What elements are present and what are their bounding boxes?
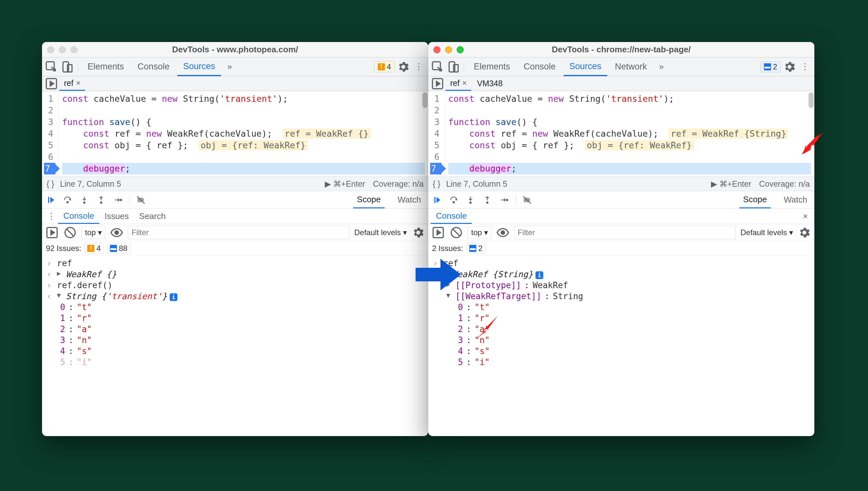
run-icon[interactable]	[431, 226, 445, 239]
tab-elements[interactable]: Elements	[82, 58, 130, 76]
issues-badge[interactable]: !4	[374, 61, 395, 73]
settings-gear-icon[interactable]	[396, 60, 410, 74]
window-title: DevTools - www.photopea.com/	[42, 45, 428, 55]
step-out-icon[interactable]	[482, 195, 493, 205]
traffic-max-icon[interactable]	[457, 46, 464, 53]
file-tab-ref[interactable]: ref×	[446, 76, 471, 91]
svg-rect-4	[48, 197, 50, 203]
run-snippet-icon[interactable]	[431, 77, 444, 90]
close-icon[interactable]: ×	[462, 79, 467, 88]
traffic-min-icon[interactable]	[445, 46, 452, 53]
settings-gear-icon[interactable]	[783, 60, 796, 74]
device-icon[interactable]	[60, 60, 74, 74]
svg-point-18	[470, 202, 472, 203]
devtools-window-right: DevTools - chrome://new-tab-page/ Elemen…	[428, 42, 814, 436]
svg-point-19	[487, 202, 488, 203]
traffic-min-icon[interactable]	[59, 46, 66, 53]
svg-point-6	[84, 202, 85, 203]
deactivate-breakpoints-icon[interactable]	[522, 195, 533, 205]
step-over-icon[interactable]	[62, 195, 73, 205]
traffic-close-icon[interactable]	[47, 46, 54, 53]
console-output[interactable]: ref▶WeakRef {}ref.deref()▼String {'trans…	[42, 256, 428, 370]
panel-tabs: Elements Console Sources » !4 ⋮	[42, 58, 428, 76]
resume-icon[interactable]	[45, 195, 56, 205]
issues-count: 4	[387, 62, 391, 71]
drawer-tab-console[interactable]: Console	[431, 209, 472, 224]
step-icon[interactable]	[112, 195, 123, 205]
issues-info-pill[interactable]: ▬88	[107, 243, 131, 254]
drawer-tab-issues[interactable]: Issues	[99, 209, 134, 224]
drawer-tabs: Console ×	[428, 209, 814, 224]
step-over-icon[interactable]	[448, 195, 459, 205]
code-editor[interactable]: 1234567const cacheValue = new String('tr…	[428, 91, 814, 176]
filter-input[interactable]	[128, 226, 349, 239]
inspect-icon[interactable]	[431, 60, 444, 74]
issues-warn-pill[interactable]: !4	[84, 243, 104, 254]
drawer-tab-console[interactable]: Console	[58, 209, 99, 224]
tab-watch[interactable]: Watch	[394, 191, 425, 208]
live-expression-icon[interactable]	[496, 226, 510, 239]
tab-watch[interactable]: Watch	[780, 191, 811, 208]
tab-sources[interactable]: Sources	[564, 58, 607, 76]
console-settings-gear-icon[interactable]	[797, 226, 811, 239]
deactivate-breakpoints-icon[interactable]	[135, 195, 146, 205]
filter-input[interactable]	[514, 226, 736, 239]
svg-rect-16	[434, 197, 436, 203]
clear-console-icon[interactable]	[449, 226, 463, 239]
svg-marker-26	[476, 316, 498, 339]
live-expression-icon[interactable]	[110, 226, 123, 239]
tab-console[interactable]: Console	[518, 58, 562, 76]
svg-point-23	[501, 230, 505, 235]
code-editor[interactable]: 1234567const cacheValue = new String('tr…	[42, 91, 428, 176]
tab-console[interactable]: Console	[132, 58, 175, 76]
drawer-tabs: ⋮ Console Issues Search	[42, 209, 428, 224]
tab-network[interactable]: Network	[609, 58, 653, 76]
issues-info-pill[interactable]: ▬2	[466, 243, 485, 254]
resume-icon[interactable]	[431, 195, 442, 205]
file-tab-vm[interactable]: VM348	[472, 76, 507, 91]
console-output[interactable]: ref▼WeakRef {String}i▶[[Prototype]]: Wea…	[428, 256, 814, 370]
context-select[interactable]: top ▾	[81, 226, 105, 239]
run-snippet-icon[interactable]	[45, 77, 58, 90]
devtools-window-left: DevTools - www.photopea.com/ Elements Co…	[42, 42, 428, 436]
inspect-icon[interactable]	[45, 60, 58, 74]
file-tab-ref[interactable]: ref×	[59, 76, 85, 91]
log-levels-select[interactable]: Default levels ▾	[354, 228, 407, 237]
more-tabs-icon[interactable]: »	[223, 60, 236, 74]
cursor-position: Line 7, Column 5	[446, 179, 507, 189]
kebab-menu-icon[interactable]: ⋮	[798, 60, 812, 74]
step-out-icon[interactable]	[96, 195, 107, 205]
step-into-icon[interactable]	[79, 195, 90, 205]
run-hint: ▶ ⌘+Enter	[325, 179, 365, 189]
step-into-icon[interactable]	[465, 195, 476, 205]
traffic-close-icon[interactable]	[433, 46, 441, 53]
drawer-menu-icon[interactable]: ⋮	[45, 210, 58, 223]
kebab-menu-icon[interactable]: ⋮	[412, 60, 426, 74]
tab-elements[interactable]: Elements	[468, 58, 516, 76]
run-icon[interactable]	[45, 226, 59, 239]
device-icon[interactable]	[446, 60, 460, 74]
annotation-arrow-red-icon	[800, 132, 823, 155]
close-icon[interactable]: ×	[76, 79, 81, 88]
editor-footer: { } Line 7, Column 5 ▶ ⌘+Enter Coverage:…	[42, 176, 428, 191]
debugger-toolbar: Scope Watch	[428, 191, 814, 209]
more-tabs-icon[interactable]: »	[655, 60, 668, 74]
tab-scope[interactable]: Scope	[353, 191, 385, 208]
drawer-tab-search[interactable]: Search	[134, 209, 171, 224]
tab-sources[interactable]: Sources	[177, 58, 221, 76]
annotation-arrow-blue-icon	[416, 257, 461, 295]
svg-point-7	[101, 202, 102, 203]
traffic-max-icon[interactable]	[71, 46, 78, 53]
close-drawer-icon[interactable]: ×	[799, 211, 812, 221]
step-icon[interactable]	[499, 195, 510, 205]
braces-icon[interactable]: { }	[47, 179, 54, 189]
braces-icon[interactable]: { }	[433, 179, 441, 189]
tab-scope[interactable]: Scope	[739, 191, 771, 208]
clear-console-icon[interactable]	[63, 226, 77, 239]
context-select[interactable]: top ▾	[468, 226, 492, 239]
scrollbar-vertical[interactable]	[422, 92, 427, 176]
issues-badge[interactable]: ▬2	[760, 61, 781, 73]
issues-count: 2	[773, 62, 777, 71]
console-settings-gear-icon[interactable]	[411, 226, 425, 239]
log-levels-select[interactable]: Default levels ▾	[740, 228, 793, 237]
